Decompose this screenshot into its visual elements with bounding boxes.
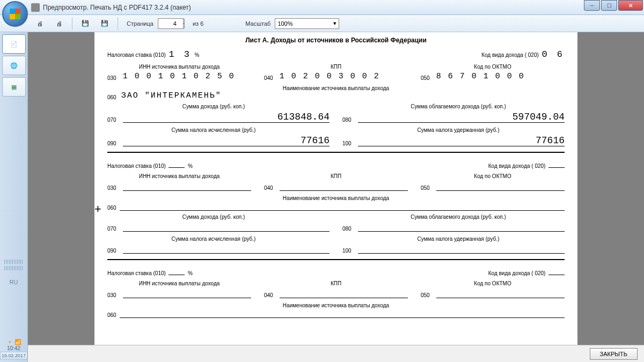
grip	[4, 260, 23, 264]
footer: ЗАКРЫТЬ	[28, 345, 644, 362]
field-060-empty	[120, 201, 565, 211]
field-100-tax-held: 77616	[358, 135, 565, 146]
clock: 10:42	[0, 345, 27, 351]
save-icon	[82, 20, 89, 27]
name-header: Наименование источника выплаты дохода	[107, 85, 565, 91]
field-090-empty	[123, 244, 330, 254]
field-030-inn: 1 0 0 1 0 1 0 2 5 0	[123, 72, 235, 81]
of-label: из 6	[191, 20, 203, 27]
income-header: Сумма дохода (руб. коп.)	[107, 104, 320, 109]
maximize-button[interactable]	[601, 0, 617, 11]
toolbar: Страница ▲▼ из 6 Масштаб 100%▾	[0, 15, 644, 32]
tax-held-header: Сумма налога удержанная (руб.)	[352, 127, 565, 133]
document-page: Лист А. Доходы от источников в Российско…	[94, 32, 577, 345]
sheet-title: Лист А. Доходы от источников в Российско…	[107, 36, 565, 44]
start-orb[interactable]	[2, 1, 28, 27]
grip	[4, 266, 23, 270]
date: 19.02.2017	[0, 352, 27, 359]
globe-icon	[10, 62, 18, 69]
preview-area[interactable]: Лист А. Доходы от источников в Российско…	[28, 32, 644, 345]
taxable-header: Сумма облагаемого дохода (руб. коп.)	[352, 104, 565, 109]
page-number-input[interactable]	[158, 18, 184, 29]
field-060-name: ЗАО "ИНТЕРКАМЕНЬ"	[121, 91, 222, 100]
printer-icon	[56, 20, 62, 27]
chevron-down-icon: ▾	[333, 20, 336, 27]
separator	[72, 17, 72, 30]
separator	[118, 17, 118, 30]
field-040-kpp: 1 0 2 0 0 3 0 0 2	[280, 72, 380, 81]
oktmo-header: Код по ОКТМО	[421, 64, 565, 70]
page-label: Страница	[127, 20, 153, 27]
print-all-button[interactable]	[50, 16, 68, 31]
save-button[interactable]	[77, 16, 94, 31]
field-080-empty	[358, 222, 565, 232]
tray: 🔸 📶 10:42 19.02.2017	[0, 338, 27, 360]
tax-calc-header: Сумма налога исчисленная (руб.)	[107, 127, 320, 133]
printer-icon	[37, 20, 43, 27]
titlebar: Предпросмотр. Печать НД с PDF417 3.2.4 (…	[0, 0, 644, 15]
field-080-taxable: 597049.04	[358, 112, 565, 122]
document-icon	[10, 41, 18, 48]
field-050-empty	[436, 181, 565, 191]
field-040-empty	[280, 181, 408, 191]
cursor-cross-icon: +	[94, 202, 101, 216]
field-020-kind: 0 6	[541, 49, 565, 60]
sidebar-grid-button[interactable]	[2, 77, 26, 97]
field-070-income: 613848.64	[123, 112, 330, 122]
close-button[interactable]: ЗАКРЫТЬ	[590, 348, 638, 360]
zoom-label: Масштаб	[245, 20, 270, 27]
save-all-icon	[101, 20, 108, 27]
minimize-button[interactable]	[584, 0, 600, 11]
sidebar-doc-button[interactable]	[2, 34, 26, 54]
inn-header: ИНН источника выплаты дохода	[107, 64, 251, 70]
field-090-tax-calc: 77616	[123, 135, 330, 146]
zoom-select[interactable]: 100%▾	[275, 18, 339, 29]
field-010-rate: 1 3	[169, 49, 192, 60]
field-030-empty	[123, 181, 251, 191]
field-070-empty	[123, 222, 330, 232]
print-button[interactable]	[31, 16, 48, 31]
field-100-empty	[358, 244, 565, 254]
window-title: Предпросмотр. Печать НД с PDF417 3.2.4 (…	[43, 4, 191, 11]
language-indicator[interactable]: RU	[0, 279, 27, 285]
sidebar-web-button[interactable]	[2, 56, 26, 75]
save-all-button[interactable]	[96, 16, 113, 31]
sidebar: RU 🔸 📶 10:42 19.02.2017	[0, 32, 28, 362]
app-icon	[31, 3, 40, 12]
kpp-header: КПП	[264, 64, 408, 70]
grid-icon	[11, 84, 17, 91]
window-close-button[interactable]	[618, 0, 643, 11]
field-050-oktmo: 8 6 7 0 1 0 0 0	[436, 72, 525, 81]
